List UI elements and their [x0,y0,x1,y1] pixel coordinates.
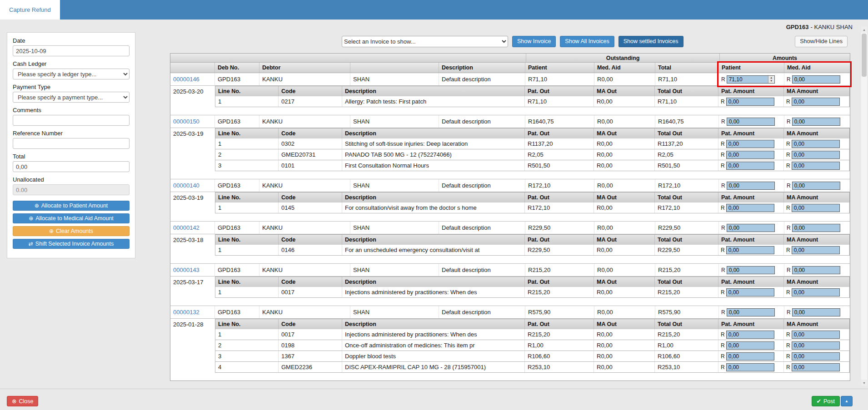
show-invoice-button[interactable]: Show Invoice [512,36,556,47]
amount-cell: R [718,340,784,351]
currency-prefix: R [721,119,725,125]
invoice-line-row[interactable]: 10145For consultation/visit away from th… [215,203,850,213]
currency-prefix: R [721,225,725,231]
invoice-patient-amount-input[interactable] [727,308,775,316]
invoice-medaid-amount-input[interactable] [792,224,840,232]
invoice-block: 00000132GPD163KANKUSHANDefault descripti… [170,306,850,373]
total-input[interactable] [13,161,130,172]
line-ma-amount-input[interactable] [792,288,840,296]
top-tab-bar: Capture Refund [0,0,868,20]
line-pat-amount-input[interactable] [726,204,774,212]
invoice-date: 2025-01-28 [170,319,215,373]
invoice-line-row[interactable]: 31367Doppler blood testsR106,60R0,00R106… [215,351,850,362]
vertical-scrollbar[interactable]: ▲ ▼ [861,26,867,386]
line-ma-amount-input[interactable] [792,246,840,254]
show-all-invoices-button[interactable]: Show All Invoices [560,36,614,47]
spinner-up-icon[interactable]: ▲ [770,76,773,79]
invoice-patient-amount-input[interactable] [727,266,775,274]
invoice-number-link[interactable]: 00000146 [173,76,200,83]
allocate-to-medical-aid-button[interactable]: ⊕ Allocate to Medical Aid Amount [13,213,130,223]
post-options-button[interactable]: ▲ [841,396,853,406]
scrollbar-thumb[interactable] [862,34,867,77]
invoice-number-link[interactable]: 00000132 [173,309,200,316]
invoice-line-row[interactable]: 10017Injections administered by practiti… [215,287,850,298]
invoice-line-row[interactable]: 4GMED2236DISC APEX-RAMIPRIL CAP 10 MG - … [215,362,850,373]
invoice-row[interactable]: 00000150GPD163KANKUSHANDefault descripti… [170,115,850,128]
scrollbar-down-arrow-icon[interactable]: ▼ [861,380,867,386]
clear-amounts-button[interactable]: ⊕ Clear Amounts [13,226,130,236]
line-ma-amount-input[interactable] [792,204,840,212]
line-pat-amount-input[interactable] [726,352,774,361]
invoice-number-link[interactable]: 00000142 [173,224,200,231]
invoice-medaid-amount-input[interactable] [792,308,840,316]
invoice-patient-amount-input[interactable] [727,118,775,126]
invoice-medaid-amount-input[interactable] [792,75,840,84]
invoice-row[interactable]: 00000140GPD163KANKUSHANDefault descripti… [170,179,850,192]
invoice-row[interactable]: 00000146GPD163KANKUSHANDefault descripti… [170,73,850,86]
amount-cell: R [719,222,784,234]
reference-number-input[interactable] [13,138,130,149]
invoice-line-row[interactable]: 10217Allergy: Patch tests: First patchR7… [215,96,850,107]
line-col-header: MA Amount [784,86,849,96]
invoice-patient-amount-input[interactable] [727,224,775,232]
line-description: DISC APEX-RAMIPRIL CAP 10 MG - 28 (71595… [342,362,525,372]
line-pat-amount-input[interactable] [726,151,774,159]
line-ma-amount-input[interactable] [792,331,840,339]
line-ma-amount-input[interactable] [792,363,840,371]
invoice-number-link[interactable]: 00000143 [173,267,200,273]
line-pat-amount-input[interactable] [726,140,774,148]
line-ma-amount-input[interactable] [792,98,840,106]
line-pat-amount-input[interactable] [726,331,774,339]
line-ma-amount-input[interactable] [792,151,840,159]
line-ma-amount-input[interactable] [792,162,840,170]
payment-type-select[interactable]: Please specify a payment type... [13,92,130,103]
line-description: Stitching of soft-tissue injuries: Deep … [342,138,525,149]
line-ma-out: R0,00 [594,351,655,361]
line-ma-amount-input[interactable] [792,140,840,148]
invoice-row[interactable]: 00000143GPD163KANKUSHANDefault descripti… [170,264,850,277]
invoice-line-row[interactable]: 2GMED20731PANADO TAB 500 MG - 12 (752274… [215,149,850,160]
invoice-line-row[interactable]: 10302Stitching of soft-tissue injuries: … [215,138,850,149]
cash-ledger-select[interactable]: Please specify a ledger type... [13,69,130,79]
scrollbar-track[interactable] [861,33,867,380]
line-pat-amount-input[interactable] [726,341,774,350]
line-col-header: Code [279,235,342,245]
line-pat-amount-input[interactable] [726,288,774,296]
invoice-medaid-amount-input[interactable] [792,118,840,126]
date-label: Date [13,37,130,44]
invoice-debtor: KANKU [259,115,350,128]
comments-input[interactable] [13,115,130,126]
invoice-medaid-amount-input[interactable] [792,266,840,274]
invoice-line-row[interactable]: 10017Injections administered by practiti… [215,329,850,340]
invoice-line-row[interactable]: 20198Once-off administration of medicine… [215,340,850,351]
amount-input-wrap [727,308,775,316]
invoice-select[interactable]: Select an Invoice to show... [342,36,508,47]
amount-cell: R [719,306,784,318]
spinner-down-icon[interactable]: ▼ [770,79,773,83]
show-hide-lines-button[interactable]: Show/Hide Lines [795,36,848,47]
line-pat-amount-input[interactable] [726,98,774,106]
line-pat-amount-input[interactable] [726,162,774,170]
post-button[interactable]: ✔ Post [812,396,840,406]
show-settled-invoices-button[interactable]: Show settled Invoices [619,36,683,47]
invoice-number-link[interactable]: 00000140 [173,182,200,189]
number-spinner[interactable]: ▲▼ [768,76,774,83]
invoice-line-row[interactable]: 10146For an unscheduled emergency consul… [215,245,850,256]
line-pat-amount-input[interactable] [726,246,774,254]
line-ma-amount-input[interactable] [792,352,840,361]
close-button[interactable]: ⊗ Close [7,396,38,406]
invoice-medaid-amount-input[interactable] [792,182,840,190]
line-ma-amount-input[interactable] [792,341,840,350]
allocate-to-patient-button[interactable]: ⊕ Allocate to Patient Amount [13,201,130,211]
invoice-row[interactable]: 00000142GPD163KANKUSHANDefault descripti… [170,222,850,234]
scrollbar-up-arrow-icon[interactable]: ▲ [861,26,867,33]
line-pat-amount-input[interactable] [726,363,774,371]
invoice-number-link[interactable]: 00000150 [173,118,200,125]
total-label: Total [13,153,130,160]
invoice-patient-amount-input[interactable] [727,182,775,190]
invoice-row[interactable]: 00000132GPD163KANKUSHANDefault descripti… [170,306,850,319]
invoice-line-row[interactable]: 30101First Consultation Normal HoursR501… [215,160,850,171]
tab-capture-refund[interactable]: Capture Refund [0,0,60,20]
shift-selected-invoice-amounts-button[interactable]: ⇄ Shift Selected Invoice Amounts [13,239,130,249]
date-input[interactable] [13,45,130,56]
